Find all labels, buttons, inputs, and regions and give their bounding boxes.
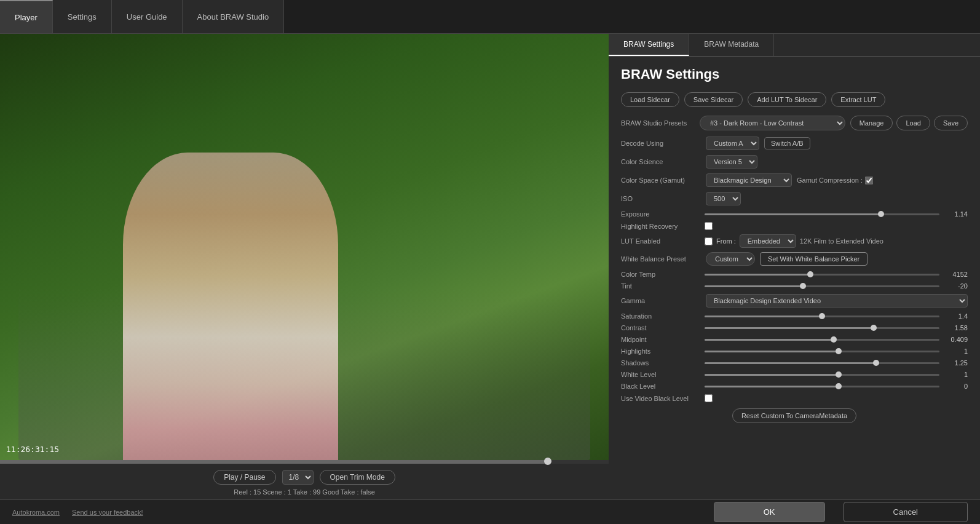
midpoint-slider[interactable] <box>705 339 939 341</box>
highlights-value: 1 <box>943 347 968 355</box>
open-trim-button[interactable]: Open Trim Mode <box>320 470 395 485</box>
shadows-row: Shadows 1.25 <box>621 359 968 367</box>
progress-fill <box>0 460 548 464</box>
highlight-recovery-row: Highlight Recovery <box>621 222 968 230</box>
add-lut-sidecar-button[interactable]: Add LUT To Sidecar <box>748 92 826 107</box>
color-temp-label: Color Temp <box>621 271 701 278</box>
reel-info: Reel : 15 Scene : 1 Take : 99 Good Take … <box>234 488 375 496</box>
tab-about[interactable]: About BRAW Studio <box>183 0 285 33</box>
midpoint-value: 0.409 <box>943 336 968 343</box>
main-content: 11:26:31:15 Play / Pause 1/8 Open Trim M… <box>0 34 980 499</box>
timecode: 11:26:31:15 <box>6 445 59 454</box>
tint-row: Tint -20 <box>621 282 968 290</box>
color-science-label: Color Science <box>621 158 701 165</box>
progress-knob[interactable] <box>544 458 551 465</box>
contrast-slider[interactable] <box>705 327 939 329</box>
color-space-label: Color Space (Gamut) <box>621 177 701 184</box>
progress-bar[interactable] <box>0 460 609 464</box>
color-temp-row: Color Temp 4152 <box>621 271 968 278</box>
use-video-black-row: Use Video Black Level <box>621 394 968 402</box>
lut-from-label: From : <box>716 237 736 245</box>
presets-row: BRAW Studio Presets #3 - Dark Room - Low… <box>621 116 968 130</box>
color-science-row: Color Science Version 5 <box>621 155 968 169</box>
play-pause-button[interactable]: Play / Pause <box>213 470 275 485</box>
black-level-label: Black Level <box>621 383 701 390</box>
black-level-value: 0 <box>943 383 968 390</box>
load-sidecar-button[interactable]: Load Sidecar <box>621 92 679 107</box>
manage-preset-button[interactable]: Manage <box>850 116 893 130</box>
highlight-recovery-checkbox[interactable] <box>705 222 713 230</box>
saturation-slider[interactable] <box>705 316 939 317</box>
white-balance-label: White Balance Preset <box>621 255 701 263</box>
wb-picker-button[interactable]: Set With White Balance Picker <box>760 252 867 266</box>
white-level-row: White Level 1 <box>621 371 968 378</box>
settings-panel: BRAW Settings BRAW Metadata BRAW Setting… <box>609 34 980 499</box>
preset-actions: Manage Load Save <box>850 116 968 130</box>
shadows-value: 1.25 <box>943 359 968 367</box>
tab-player[interactable]: Player <box>0 0 53 33</box>
decode-using-select[interactable]: Custom A <box>706 137 759 150</box>
white-balance-select[interactable]: Custom <box>706 252 755 266</box>
highlights-row: Highlights 1 <box>621 347 968 355</box>
gamma-label: Gamma <box>621 297 701 304</box>
highlights-slider[interactable] <box>705 351 939 352</box>
lut-enabled-checkbox[interactable] <box>705 237 713 245</box>
color-space-row: Color Space (Gamut) Blackmagic Design Ga… <box>621 173 968 187</box>
lut-source-select[interactable]: Embedded <box>740 234 796 248</box>
iso-select[interactable]: 500 <box>706 192 741 205</box>
color-science-select[interactable]: Version 5 <box>706 155 757 169</box>
load-preset-button[interactable]: Load <box>896 116 930 130</box>
controls-row: Play / Pause 1/8 Open Trim Mode <box>213 470 395 485</box>
highlights-label: Highlights <box>621 347 701 355</box>
speed-select[interactable]: 1/8 <box>282 470 314 485</box>
tint-label: Tint <box>621 282 701 290</box>
midpoint-row: Midpoint 0.409 <box>621 336 968 343</box>
white-level-slider[interactable] <box>705 374 939 376</box>
decode-using-row: Decode Using Custom A Switch A/B <box>621 137 968 150</box>
save-sidecar-button[interactable]: Save Sidecar <box>684 92 743 107</box>
tab-braw-settings[interactable]: BRAW Settings <box>609 34 689 56</box>
shadows-slider[interactable] <box>705 362 939 364</box>
tab-user-guide[interactable]: User Guide <box>112 0 183 33</box>
white-level-label: White Level <box>621 371 701 378</box>
settings-body: BRAW Settings Load Sidecar Save Sidecar … <box>609 57 980 499</box>
video-panel: 11:26:31:15 Play / Pause 1/8 Open Trim M… <box>0 34 609 499</box>
tint-slider[interactable] <box>705 285 939 287</box>
black-level-slider[interactable] <box>705 386 939 387</box>
ok-button[interactable]: OK <box>714 502 825 522</box>
cancel-button[interactable]: Cancel <box>844 502 968 522</box>
lut-name: 12K Film to Extended Video <box>800 237 883 245</box>
lut-enabled-row: LUT Enabled From : Embedded 12K Film to … <box>621 234 968 248</box>
website-link[interactable]: Autokroma.com <box>12 509 60 516</box>
gamut-compression-checkbox[interactable] <box>865 177 873 185</box>
gamma-select[interactable]: Blackmagic Design Extended Video <box>706 294 968 308</box>
contrast-row: Contrast 1.58 <box>621 324 968 331</box>
use-video-black-label: Use Video Black Level <box>621 395 701 402</box>
extract-lut-button[interactable]: Extract LUT <box>831 92 885 107</box>
presets-select[interactable]: #3 - Dark Room - Low Contrast <box>700 116 845 130</box>
decode-using-label: Decode Using <box>621 140 701 147</box>
white-balance-row: White Balance Preset Custom Set With Whi… <box>621 252 968 266</box>
shadows-label: Shadows <box>621 359 701 367</box>
color-temp-slider[interactable] <box>705 274 939 276</box>
exposure-row: Exposure 1.14 <box>621 210 968 218</box>
saturation-label: Saturation <box>621 312 701 320</box>
bottom-bar: Autokroma.com Send us your feedback! OK … <box>0 499 980 524</box>
video-frame <box>0 34 609 460</box>
iso-label: ISO <box>621 195 701 202</box>
reset-custom-button[interactable]: Reset Custom To CameraMetadata <box>732 408 856 423</box>
color-space-select[interactable]: Blackmagic Design <box>706 173 792 187</box>
white-level-value: 1 <box>943 371 968 378</box>
exposure-slider[interactable] <box>705 213 939 215</box>
lut-enabled-label: LUT Enabled <box>621 237 701 245</box>
tint-value: -20 <box>943 282 968 290</box>
tab-settings[interactable]: Settings <box>53 0 112 33</box>
tab-braw-metadata[interactable]: BRAW Metadata <box>689 34 774 56</box>
exposure-value: 1.14 <box>943 210 968 218</box>
use-video-black-checkbox[interactable] <box>705 394 713 402</box>
switch-ab-button[interactable]: Switch A/B <box>764 137 810 149</box>
save-preset-button[interactable]: Save <box>934 116 968 130</box>
settings-tabs: BRAW Settings BRAW Metadata <box>609 34 980 57</box>
feedback-link[interactable]: Send us your feedback! <box>72 509 143 516</box>
settings-title: BRAW Settings <box>621 66 968 82</box>
